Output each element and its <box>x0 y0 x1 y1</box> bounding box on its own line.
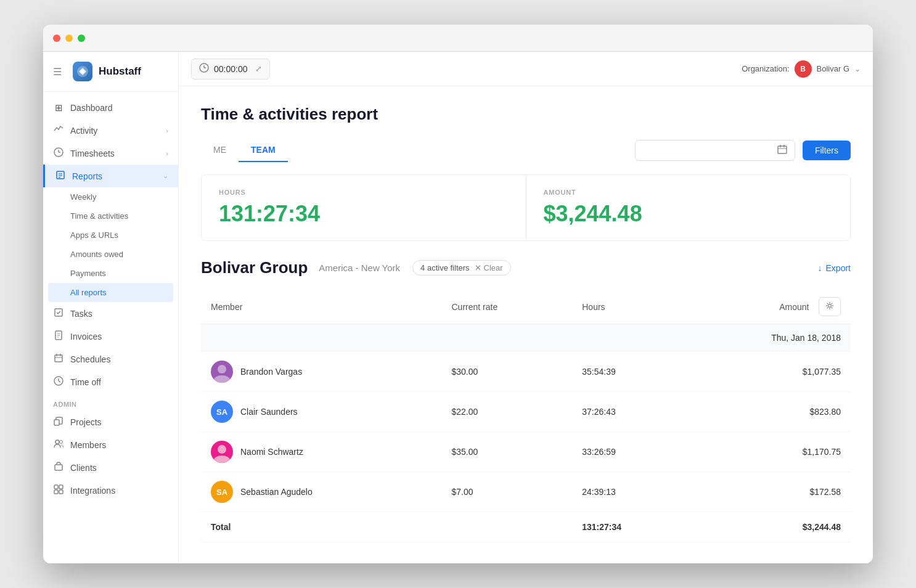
svg-rect-24 <box>55 465 62 470</box>
sidebar-item-reports[interactable]: Reports ⌄ <box>43 165 178 187</box>
total-row: Total 131:27:34 $3,244.48 <box>201 512 851 542</box>
col-amount: Amount <box>689 290 851 324</box>
filter-badge: 4 active filters ✕ Clear <box>412 260 511 276</box>
sidebar-label-tasks: Tasks <box>70 309 92 319</box>
chevron-reports-icon: ⌄ <box>163 172 168 180</box>
hours-sebastian: 24:39:13 <box>572 472 689 512</box>
svg-rect-25 <box>54 485 58 489</box>
sidebar-label-integrations: Integrations <box>70 486 115 496</box>
subnav-time-activities[interactable]: Time & activities <box>43 206 178 226</box>
sidebar-item-clients[interactable]: Clients <box>43 456 178 479</box>
sidebar-item-invoices[interactable]: Invoices <box>43 325 178 348</box>
reports-icon <box>55 170 66 182</box>
svg-rect-27 <box>54 490 58 494</box>
chevron-activity-icon: › <box>166 127 168 134</box>
subnav-apps-urls[interactable]: Apps & URLs <box>43 226 178 245</box>
amount-sebastian: $172.58 <box>689 472 851 512</box>
hamburger-icon[interactable]: ☰ <box>53 66 62 78</box>
timer-value: 00:00:00 <box>214 64 248 74</box>
main-header: 00:00:00 ⤢ Organization: B Bolivar G ⌄ <box>179 52 873 86</box>
expand-icon[interactable]: ⤢ <box>255 64 262 73</box>
avatar-brandon <box>211 361 233 383</box>
sidebar-item-tasks[interactable]: Tasks <box>43 302 178 325</box>
org-label: Organization: <box>742 64 789 73</box>
tabs-row: ME TEAM Filters <box>201 139 851 162</box>
timer-display[interactable]: 00:00:00 ⤢ <box>191 59 270 80</box>
clear-button[interactable]: ✕ Clear <box>475 263 503 272</box>
sidebar-nav: ⊞ Dashboard Activity › Timesheets <box>43 92 178 507</box>
sidebar-item-timeoff[interactable]: Time off <box>43 370 178 393</box>
filters-button[interactable]: Filters <box>803 141 851 160</box>
org-name: Bolivar G <box>817 64 849 73</box>
table-settings-button[interactable] <box>819 297 841 316</box>
tab-me[interactable]: ME <box>201 139 239 162</box>
avatar-clair: SA <box>211 401 233 423</box>
sidebar-item-members[interactable]: Members <box>43 433 178 456</box>
projects-icon <box>53 416 64 428</box>
sidebar-label-timesheets: Timesheets <box>70 149 115 158</box>
export-button[interactable]: ↓ Export <box>818 263 851 273</box>
hours-value: 131:27:34 <box>219 201 509 227</box>
svg-point-40 <box>214 455 230 463</box>
member-cell-naomi: Naomi Schwartz <box>201 432 441 472</box>
sidebar-label-schedules: Schedules <box>70 354 110 364</box>
svg-rect-28 <box>59 490 63 494</box>
chevron-timesheets-icon: › <box>166 150 168 157</box>
page-title: Time & activities report <box>201 105 851 124</box>
sidebar-label-invoices: Invoices <box>70 332 102 341</box>
svg-point-22 <box>55 440 59 444</box>
date-input[interactable] <box>635 140 795 161</box>
group-timezone: America - New York <box>319 263 400 273</box>
dashboard-icon: ⊞ <box>53 102 64 113</box>
subnav-amounts-owed[interactable]: Amounts owed <box>43 245 178 264</box>
subnav-payments[interactable]: Payments <box>43 264 178 283</box>
col-hours: Hours <box>572 290 689 324</box>
hours-clair: 37:26:43 <box>572 392 689 432</box>
data-table: Member Current rate Hours Amount <box>201 290 851 542</box>
hours-brandon: 35:54:39 <box>572 352 689 392</box>
member-name-brandon: Brandon Vargas <box>240 367 302 377</box>
table-header-row: Bolivar Group America - New York 4 activ… <box>201 258 851 277</box>
maximize-button[interactable] <box>78 35 85 42</box>
amount-naomi: $1,170.75 <box>689 432 851 472</box>
sidebar-label-reports: Reports <box>72 171 102 181</box>
svg-point-36 <box>828 304 832 308</box>
close-button[interactable] <box>53 35 60 42</box>
header-right: Organization: B Bolivar G ⌄ <box>742 60 861 78</box>
tab-team[interactable]: TEAM <box>239 139 288 162</box>
sidebar-label-members: Members <box>70 440 106 450</box>
org-avatar: B <box>795 60 812 78</box>
sidebar-item-dashboard[interactable]: ⊞ Dashboard <box>43 97 178 119</box>
logo-icon <box>73 62 92 81</box>
date-group-label: Thu, Jan 18, 2018 <box>201 324 851 352</box>
activity-icon <box>53 125 64 136</box>
sidebar-item-integrations[interactable]: Integrations <box>43 479 178 502</box>
sidebar-item-timesheets[interactable]: Timesheets › <box>43 142 178 165</box>
col-member: Member <box>201 290 441 324</box>
minimize-button[interactable] <box>65 35 73 42</box>
invoices-icon <box>53 330 64 342</box>
sidebar-item-schedules[interactable]: Schedules <box>43 348 178 370</box>
total-label: Total <box>201 512 441 542</box>
export-icon: ↓ <box>818 263 822 273</box>
rate-naomi: $35.00 <box>441 432 572 472</box>
schedules-icon <box>53 353 64 365</box>
table-row: SA Sebastian Agudelo $7.00 24:39:13 $172… <box>201 472 851 512</box>
logo-text: Hubstaff <box>99 65 141 78</box>
summary-amount-card: AMOUNT $3,244.48 <box>526 175 851 240</box>
app-body: ☰ Hubstaff ⊞ Dashboard <box>43 52 873 563</box>
hours-label: HOURS <box>219 189 509 196</box>
filters-area: Filters <box>635 140 851 161</box>
timeoff-icon <box>53 376 64 388</box>
subnav-all-reports[interactable]: All reports <box>48 283 173 302</box>
sidebar-item-activity[interactable]: Activity › <box>43 119 178 142</box>
calendar-icon[interactable] <box>777 144 787 157</box>
sidebar: ☰ Hubstaff ⊞ Dashboard <box>43 52 179 563</box>
sidebar-item-projects[interactable]: Projects <box>43 410 178 433</box>
subnav-weekly[interactable]: Weekly <box>43 187 178 206</box>
clear-x-icon: ✕ <box>475 263 481 272</box>
svg-rect-32 <box>778 146 787 153</box>
org-chevron-icon[interactable]: ⌄ <box>854 65 861 73</box>
sidebar-label-dashboard: Dashboard <box>70 103 113 113</box>
timer-icon <box>199 63 209 75</box>
